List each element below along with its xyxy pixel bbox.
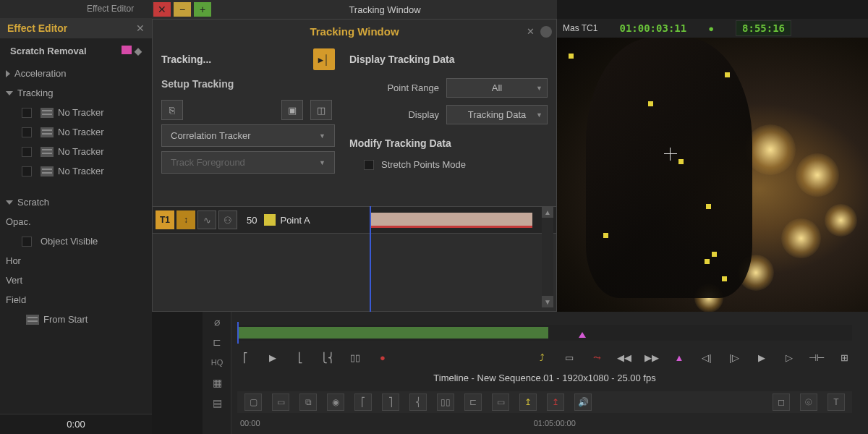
object-visible-row[interactable]: Object Visible [0, 231, 152, 251]
playhead[interactable] [370, 206, 371, 322]
tool-button[interactable]: ⧉ [299, 393, 317, 411]
track-value[interactable]: 50 [247, 215, 257, 226]
tracker-checkbox[interactable] [22, 108, 32, 118]
tool-button[interactable]: ↥ [547, 393, 564, 411]
source-monitor[interactable] [557, 38, 868, 312]
track-data-bar[interactable] [370, 213, 532, 227]
fast-forward-button[interactable]: ▶▶ [644, 349, 660, 365]
panel-tab[interactable]: Effect Editor [0, 0, 152, 18]
tracker-checkbox[interactable] [22, 127, 32, 137]
pin-tool-icon[interactable]: ⊏ [203, 332, 231, 352]
keyframe-icon[interactable]: ◆ [135, 46, 142, 56]
audio-tool-button[interactable]: 🔊 [574, 393, 592, 411]
track-person-button[interactable]: ⚇ [218, 210, 237, 229]
tool-button[interactable]: ◻ [773, 393, 790, 411]
link-tool-icon[interactable]: ⌀ [203, 312, 231, 332]
tracking-point[interactable] [678, 159, 684, 164]
tracker-config-button-2[interactable]: ◫ [310, 100, 332, 120]
tracker-row[interactable]: No Tracker [0, 161, 152, 181]
extract-button[interactable]: ⤴ [534, 349, 550, 365]
tool-button[interactable]: ▢ [244, 393, 262, 411]
master-timecode[interactable]: 01:00:03:11 [619, 22, 686, 34]
point-range-dropdown[interactable]: All▼ [446, 78, 548, 98]
tool-button[interactable]: ⊏ [464, 393, 482, 411]
param-scratch[interactable]: Scratch [0, 192, 152, 212]
tool-button[interactable]: ◉ [327, 393, 344, 411]
tracking-point[interactable] [705, 259, 710, 264]
tracking-point[interactable] [603, 233, 608, 238]
tracking-run-button[interactable]: ▸│ [313, 48, 335, 70]
tracking-point[interactable] [648, 101, 653, 106]
param-acceleration[interactable]: Acceleration [0, 64, 152, 83]
tracker-row[interactable]: No Tracker [0, 122, 152, 142]
stretch-mode-checkbox[interactable] [364, 160, 374, 170]
scroll-up-button[interactable]: ▲ [542, 206, 553, 218]
tracking-crosshair[interactable] [664, 148, 677, 161]
tool-button[interactable]: ▭ [492, 393, 509, 411]
hq-toggle[interactable]: HQ [203, 352, 231, 373]
close-icon[interactable]: ✕ [527, 26, 535, 37]
go-to-start-button[interactable]: ⎡ [237, 349, 253, 365]
track-target-dropdown[interactable]: Track Foreground▼ [161, 151, 335, 174]
text-tool-button[interactable]: T [827, 393, 845, 411]
tracking-scrollbar[interactable]: ▲ ▼ [542, 206, 553, 307]
tool-button[interactable]: ⦾ [800, 393, 817, 411]
tool-button[interactable]: ⎤ [382, 393, 399, 411]
panel-menu-icon[interactable] [540, 26, 552, 38]
tool-button[interactable]: ↥ [519, 393, 537, 411]
tracker-config-button[interactable]: ▣ [281, 100, 303, 120]
tracker-type-dropdown[interactable]: Correlation Tracker▼ [161, 124, 335, 147]
step-forward-button[interactable]: |▷ [726, 349, 742, 365]
stretch-mode-row[interactable]: Stretch Points Mode [349, 155, 548, 174]
tracking-point[interactable] [569, 54, 574, 59]
scroll-down-button[interactable]: ▼ [542, 296, 553, 307]
from-start-row[interactable]: From Start [0, 310, 152, 329]
timeline-marker[interactable] [579, 332, 586, 338]
clear-marks-button[interactable]: ▯▯ [347, 349, 363, 365]
record-button[interactable]: ● [375, 349, 391, 365]
tracking-point[interactable] [712, 252, 717, 257]
settings-tool-icon[interactable]: ▤ [203, 393, 231, 413]
play-loop-button[interactable]: ▷ [781, 349, 797, 365]
trim-button[interactable]: ⊣⊢ [809, 349, 825, 365]
track-mode-button[interactable]: ↕ [176, 210, 195, 229]
play-button[interactable]: ▶ [265, 349, 281, 365]
timeline-ruler[interactable] [237, 325, 852, 341]
tracking-point[interactable] [725, 72, 730, 77]
track-color-swatch[interactable] [264, 214, 276, 226]
tracker-checkbox[interactable] [22, 166, 32, 176]
lift-button[interactable]: ▭ [561, 349, 577, 365]
tracking-point[interactable] [722, 276, 727, 281]
duration-timecode[interactable]: 8:55:16 [736, 20, 791, 36]
tool-button[interactable]: ▭ [272, 393, 289, 411]
rewind-button[interactable]: ◀◀ [616, 349, 632, 365]
tracker-checkbox[interactable] [22, 147, 32, 157]
track-curve-button[interactable]: ∿ [197, 210, 216, 229]
timecode-label[interactable]: Mas TC1 [563, 23, 597, 33]
step-back-button[interactable]: ◁| [699, 349, 715, 365]
tracker-row[interactable]: No Tracker [0, 142, 152, 161]
tool-button[interactable]: ⎨ [409, 393, 427, 411]
param-tracking[interactable]: Tracking [0, 83, 152, 103]
tool-button[interactable]: ⎡ [354, 393, 372, 411]
add-keyframe-button[interactable]: ▲ [671, 349, 687, 365]
window-minimize-button[interactable]: − [174, 2, 191, 17]
window-close-button[interactable]: ✕ [153, 2, 171, 17]
timeline-clip[interactable] [237, 327, 548, 339]
tool-button[interactable]: ▯▯ [437, 393, 454, 411]
play-out-button[interactable]: ▶ [754, 349, 770, 365]
grid-tool-icon[interactable]: ▦ [203, 373, 231, 393]
mark-clip-button[interactable]: ⎩⎨ [320, 349, 336, 365]
tracking-point[interactable] [706, 204, 711, 209]
new-tracker-button[interactable]: ⎘ [161, 100, 183, 120]
track-enable-button[interactable]: T1 [156, 210, 174, 229]
object-visible-checkbox[interactable] [22, 237, 32, 247]
window-maximize-button[interactable]: + [194, 2, 211, 17]
tracker-row[interactable]: No Tracker [0, 103, 152, 122]
timeline-playhead[interactable] [237, 322, 239, 344]
close-icon[interactable]: ✕ [136, 22, 145, 34]
mark-in-button[interactable]: ⎣ [292, 349, 308, 365]
effect-button[interactable]: ⊞ [836, 349, 852, 365]
overwrite-button[interactable]: ⤳ [589, 349, 605, 365]
display-dropdown[interactable]: Tracking Data▼ [446, 105, 548, 124]
